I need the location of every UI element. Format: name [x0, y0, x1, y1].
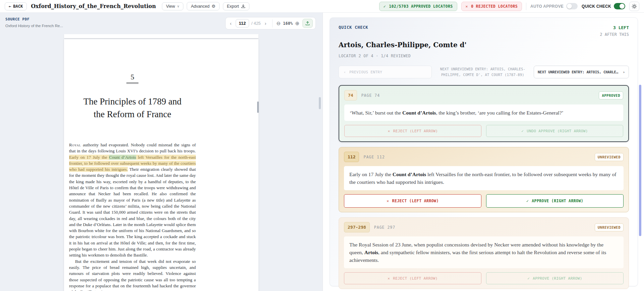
export-button[interactable]: Export: [223, 2, 249, 10]
export-page-button[interactable]: [302, 19, 313, 28]
export-button-label: Export: [227, 4, 239, 9]
review-pane-scrollbar-thumb[interactable]: [639, 85, 641, 236]
pdf-viewer-pane: SOURCE PDF Oxford History of the French …: [0, 13, 323, 291]
next-unreviewed-entry-button[interactable]: NEXT UNREVIEWED ENTRY: ARTOIS, CHARLE… ›: [534, 66, 629, 78]
document-title: Oxford_History_of_the_French_Revolution: [31, 3, 156, 9]
locator-page-badge[interactable]: 74: [344, 90, 357, 100]
locator-excerpt: Early on 17 July the Count d’Artois left…: [344, 166, 624, 190]
next-entry-label: NEXT UNREVIEWED ENTRY: ARTOIS, CHARLE…: [538, 70, 618, 74]
back-button-label: BACK: [13, 4, 23, 9]
approved-locators-badge[interactable]: ✓ 102/5703 APPROVED LOCATORS: [379, 2, 457, 11]
view-button-label: View: [166, 4, 175, 9]
cross-icon: ✕: [387, 199, 389, 203]
entries-after-count: 2 AFTER THIS: [600, 32, 629, 37]
page-total-label: / 425: [251, 21, 261, 26]
auto-approve-label: AUTO APPROVE: [530, 4, 564, 9]
chapter-title: The Principles of 1789 and the Reform of…: [69, 95, 196, 121]
controls-divider: [272, 19, 273, 27]
locator-card-current: 112 PAGE 112 UNREVIEWED Early on 17 July…: [339, 147, 629, 212]
previous-page-edge: [64, 34, 258, 38]
locator-progress-label: LOCATOR 2 OF 4 · 1/4 REVIEWED: [339, 54, 629, 58]
chapter-number: 5: [69, 39, 196, 81]
pdf-page: 5 The Principles of 1789 and the Reform …: [64, 39, 258, 291]
check-icon: ✓: [521, 129, 524, 133]
entry-title: Artois, Charles-Philippe, Comte d': [339, 41, 629, 49]
quick-check-pane: QUICK CHECK 3 LEFT 2 AFTER THIS Artois, …: [323, 13, 644, 291]
page-next-button[interactable]: ›: [263, 21, 268, 26]
zoom-in-icon[interactable]: ⊕: [295, 21, 299, 26]
auto-approve-toggle[interactable]: [566, 3, 578, 9]
locator-excerpt: The Royal Session of 23 June, when popul…: [344, 236, 624, 268]
pdf-controls: ‹ / 425 › ⊖ 160% ⊕: [225, 17, 316, 29]
check-icon: ✓: [526, 199, 529, 203]
undo-approve-button[interactable]: ✓ UNDO APPROVE (RIGHT ARROW): [486, 125, 623, 137]
download-icon: [241, 4, 245, 8]
view-button[interactable]: View ∨: [162, 2, 183, 10]
page-prev-button[interactable]: ‹: [228, 21, 233, 26]
source-info: SOURCE PDF Oxford History of the French …: [5, 17, 63, 28]
cross-icon: ✕: [388, 276, 390, 281]
chevron-left-icon: ‹: [344, 70, 346, 74]
zoom-level-label: 160%: [283, 21, 293, 26]
theme-toggle-button[interactable]: [629, 2, 639, 11]
approve-button[interactable]: ✓ APPROVE (RIGHT ARROW): [486, 272, 624, 284]
locator-status-badge: APPROVED: [599, 91, 623, 99]
upload-icon: [305, 21, 310, 25]
locator-status-badge: UNREVIEWED: [595, 223, 624, 231]
advanced-button[interactable]: Advanced ⚙: [187, 2, 219, 10]
back-arrow-icon: ←: [9, 4, 11, 9]
rejected-locators-badge[interactable]: ✕ 0 REJECTED LOCATORS: [461, 2, 522, 11]
cross-icon: ✕: [466, 4, 468, 9]
quick-check-label: QUICK CHECK: [582, 4, 611, 9]
pdf-pane-scrollbar-thumb[interactable]: [319, 97, 321, 109]
source-pdf-label: SOURCE PDF: [5, 17, 63, 21]
top-toolbar: ← BACK Oxford_History_of_the_French_Revo…: [0, 0, 644, 13]
cross-icon: ✕: [388, 129, 390, 133]
reject-button[interactable]: ✕ REJECT (LEFT ARROW): [344, 272, 481, 284]
zoom-out-icon[interactable]: ⊖: [277, 21, 281, 26]
sun-icon: [632, 4, 637, 9]
locator-page-label: PAGE 74: [361, 93, 380, 98]
reject-button[interactable]: ✕ REJECT (LEFT ARROW): [344, 194, 481, 208]
locator-status-badge: UNREVIEWED: [595, 153, 624, 161]
toggle-knob: [567, 4, 572, 9]
approve-button[interactable]: ✓ APPROVE (RIGHT ARROW): [486, 194, 624, 208]
advanced-button-label: Advanced: [191, 4, 210, 9]
toggle-knob: [620, 4, 625, 9]
locator-page-label: PAGE 297: [374, 225, 395, 230]
entries-left-count: 3 LEFT: [600, 25, 629, 30]
locator-page-badge[interactable]: 297-298: [344, 222, 370, 232]
reject-button[interactable]: ✕ REJECT (LEFT ARROW): [344, 125, 481, 137]
toolbar-divider: [526, 3, 526, 10]
page-scrollbar-thumb[interactable]: [257, 101, 259, 113]
quick-check-card: QUICK CHECK 3 LEFT 2 AFTER THIS Artois, …: [330, 17, 638, 286]
rejected-locators-count: 0 REJECTED LOCATORS: [471, 4, 518, 9]
approved-locators-count: 102/5703 APPROVED LOCATORS: [389, 4, 453, 9]
page-number-input[interactable]: [236, 19, 249, 27]
check-icon: ✓: [384, 4, 386, 9]
body-paragraph: But the excitement and tension of that w…: [69, 259, 196, 291]
check-icon: ✓: [527, 276, 530, 281]
quick-check-header-label: QUICK CHECK: [339, 25, 368, 30]
body-paragraph: Royal authority had evaporated. Nobody c…: [69, 142, 196, 259]
quick-check-toggle[interactable]: [614, 3, 625, 9]
locator-card: 74 PAGE 74 APPROVED ‘What, Sir,’ burst o…: [339, 85, 629, 142]
locator-page-badge[interactable]: 112: [344, 152, 359, 162]
chapter-rule: [126, 82, 138, 84]
gear-icon: ⚙: [212, 4, 216, 9]
locator-card: 297-298 PAGE 297 UNREVIEWED The Royal Se…: [339, 217, 629, 289]
next-unreviewed-entry-info: NEXT UNREVIEWED ENTRY: ARTOIS, CHARLES- …: [438, 66, 528, 78]
chevron-down-icon: ∨: [177, 4, 179, 8]
back-button[interactable]: ← BACK: [5, 2, 27, 10]
previous-entry-label: PREVIOUS ENTRY: [349, 70, 382, 74]
chevron-right-icon: ›: [623, 70, 625, 74]
locator-page-label: PAGE 112: [363, 155, 385, 159]
previous-entry-button[interactable]: ‹ PREVIOUS ENTRY: [339, 66, 432, 78]
source-pdf-name: Oxford History of the French Re...: [5, 24, 63, 28]
locator-excerpt: ‘What, Sir,’ burst out the Count d’Artoi…: [344, 104, 623, 121]
